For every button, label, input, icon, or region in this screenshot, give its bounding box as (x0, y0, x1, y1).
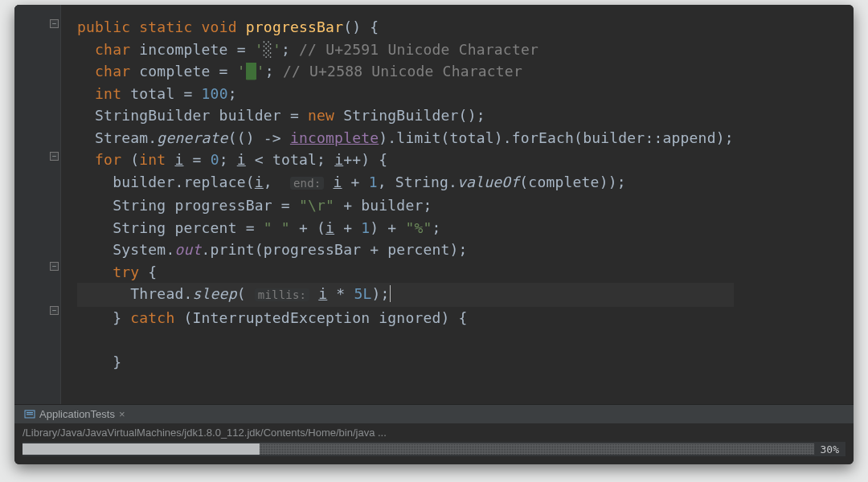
code-line: try { (77, 263, 157, 280)
progress-percent-label: 30% (821, 443, 845, 455)
fold-toggle-icon[interactable]: − (50, 152, 59, 161)
console-command-line: /Library/Java/JavaVirtualMachines/jdk1.8… (23, 425, 845, 442)
svg-rect-2 (27, 414, 33, 415)
code-line: Stream.generate(() -> incomplete).limit(… (77, 129, 734, 146)
progress-fill (23, 443, 260, 455)
code-line: String percent = " " + (i + 1) + "%"; (77, 219, 441, 236)
gutter: − − − − (14, 5, 61, 404)
inlay-hint: millis: (255, 288, 309, 301)
code-line: char incomplete = '░'; // U+2591 Unicode… (77, 41, 538, 58)
inlay-hint: end: (290, 177, 325, 190)
run-config-icon (24, 409, 35, 420)
fold-toggle-icon[interactable]: − (50, 262, 59, 271)
code-editor[interactable]: public static void progressBar() { char … (61, 5, 745, 404)
ide-window: − − − − public static void progressBar()… (14, 5, 854, 464)
fold-toggle-icon[interactable]: − (50, 306, 59, 315)
progress-remaining (260, 443, 813, 455)
editor-area: − − − − public static void progressBar()… (14, 5, 854, 404)
code-line: System.out.print(progressBar + percent); (77, 241, 468, 258)
code-line: StringBuilder builder = new StringBuilde… (77, 107, 485, 124)
code-line: public static void progressBar() { (77, 18, 379, 35)
console-tab-label: ApplicationTests (39, 408, 115, 420)
code-line-current: Thread.sleep( millis: i * 5L); (77, 283, 734, 307)
console-tab-bar: ApplicationTests × (14, 404, 854, 423)
code-line: } (77, 353, 121, 370)
code-line: String progressBar = "\r" + builder; (77, 197, 432, 214)
code-line: } catch (InterruptedException ignored) { (77, 309, 468, 326)
console-progress-line: 30% (23, 442, 845, 456)
code-line: int total = 100; (77, 85, 237, 102)
console-tab-applicationtests[interactable]: ApplicationTests × (21, 408, 129, 420)
close-icon[interactable]: × (119, 408, 125, 420)
fold-toggle-icon[interactable]: − (50, 19, 59, 28)
code-line: for (int i = 0; i < total; i++) { (77, 151, 387, 168)
caret-icon (390, 285, 391, 302)
console-output[interactable]: /Library/Java/JavaVirtualMachines/jdk1.8… (14, 423, 854, 464)
code-line: char complete = '█'; // U+2588 Unicode C… (77, 63, 522, 80)
code-line: builder.replace(i, end: i + 1, String.va… (77, 174, 626, 190)
progress-track (23, 443, 814, 455)
svg-rect-1 (27, 412, 33, 413)
